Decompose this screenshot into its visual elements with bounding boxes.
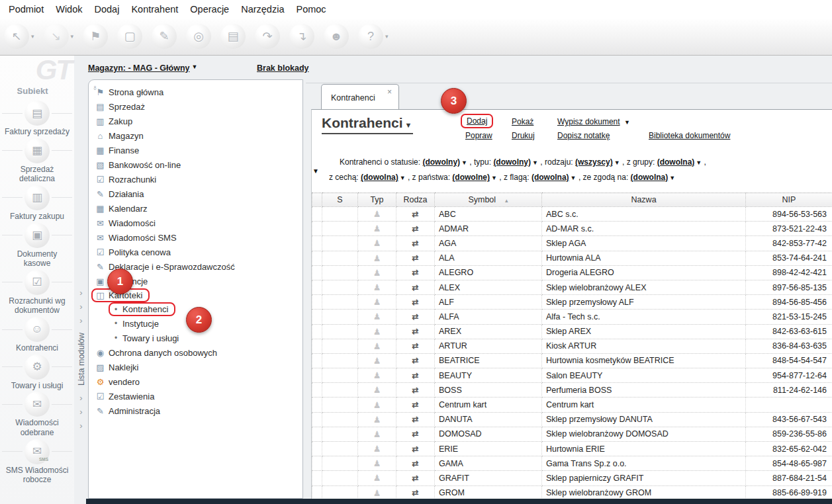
table-row[interactable]: ♟ ⇄ ALEX Sklep wielobranżowy ALEX 897-56… (312, 280, 832, 294)
table-row[interactable]: ♟ ⇄ GRAFIT Sklep papierniczy GRAFIT 887-… (312, 471, 832, 485)
action-link[interactable]: Biblioteka dokumentów (649, 131, 730, 140)
table-row[interactable]: ♟ ⇄ ALA Hurtownia ALA 853-74-64-241 (312, 251, 832, 265)
action-link[interactable]: Popraw (465, 131, 492, 140)
tree-item[interactable]: ⚑ Strona główna (94, 85, 163, 99)
chevron-down-icon[interactable]: ▼ (669, 175, 675, 181)
chevron-down-icon[interactable]: ▼ (491, 175, 497, 181)
chevron-down-icon[interactable]: ▼ (696, 159, 702, 166)
column-header[interactable]: Rodza (396, 193, 435, 207)
tree-item[interactable]: ▦ Finanse (94, 143, 139, 157)
chevron-down-icon[interactable]: ▾ (31, 33, 34, 40)
tree-item[interactable]: • Kontrahenci (109, 302, 175, 316)
table-row[interactable]: ♟ ⇄ ALFA Alfa - Tech s.c. 821-53-15-245 (312, 310, 832, 324)
tree-item[interactable]: ▦ Kalendarz (94, 201, 148, 216)
toolbar-button[interactable]: ▤ (220, 24, 246, 49)
tree-item[interactable]: ☑ Zestawienia (94, 389, 154, 403)
tree-item[interactable]: ⚙ vendero (94, 374, 140, 389)
table-row[interactable]: ♟ ⇄ BOSS Perfumeria BOSS 811-24-62-146 (312, 383, 832, 398)
tree-item[interactable]: ▥ Zakup (94, 114, 132, 128)
pin-icon[interactable]: ♀ (92, 83, 98, 93)
tab-kontrahenci[interactable]: Kontrahenci × (321, 84, 399, 110)
action-link[interactable]: Drukuj (512, 131, 535, 140)
chevron-down-icon[interactable]: ▼ (400, 175, 406, 181)
table-row[interactable]: ♟ ⇄ AREX Sklep AREX 842-63-63-615 (312, 324, 832, 339)
module-button[interactable]: ▥ Faktury zakupu (0, 185, 74, 222)
filter-value-link[interactable]: (dowolna) (631, 173, 669, 182)
table-row[interactable]: ♟ ⇄ ARTUR Kiosk ARTUR 836-84-63-635 (312, 339, 832, 353)
table-row[interactable]: ♟ ⇄ BEATRICE Hurtownia kosmetyków BEATRI… (312, 353, 832, 368)
action-link[interactable]: Pokaż (512, 117, 533, 126)
tree-item[interactable]: ◉ Ochrona danych osobowych (94, 345, 217, 360)
filter-value-link[interactable]: (dowolna) (532, 173, 569, 182)
tree-item[interactable]: ☑ Polityka cenowa (94, 245, 171, 259)
action-link[interactable]: Dopisz notatkę (557, 131, 610, 140)
tree-item[interactable]: ⌂ Magazyn (94, 128, 144, 143)
column-header[interactable]: NIP (746, 193, 832, 207)
collapse-chevron-icon[interactable]: › (79, 300, 82, 314)
toolbar-button[interactable]: ⚑ (83, 24, 108, 49)
column-header[interactable] (312, 193, 322, 207)
table-row[interactable]: ♟ ⇄ AGA Sklep AGA 842-853-77-42 (312, 236, 832, 251)
action-link[interactable]: Wypisz dokument ▼ (557, 117, 630, 126)
collapse-chevron-icon[interactable]: › (79, 286, 82, 300)
menu-item[interactable]: Narzędzia (235, 4, 290, 15)
chevron-down-icon[interactable]: ▼ (532, 159, 538, 166)
column-header[interactable]: Typ (358, 193, 396, 207)
chevron-down-icon[interactable]: ▼ (191, 63, 197, 78)
collapse-chevron-icon[interactable]: › (79, 419, 82, 433)
column-header[interactable]: Symbol▴ (435, 193, 542, 207)
menu-item[interactable]: Kontrahent (125, 4, 184, 15)
table-row[interactable]: ♟ ⇄ ALEGRO Drogeria ALEGRO 898-42-42-421 (312, 265, 832, 280)
toolbar-button[interactable]: ↖ ▾ (4, 24, 34, 49)
menu-item[interactable]: Widok (50, 4, 88, 15)
lock-status-link[interactable]: Brak blokady (257, 63, 309, 73)
filter-collapse-icon[interactable]: ▼ (312, 167, 319, 175)
tree-item[interactable]: • Instytucje (111, 316, 159, 331)
tree-item[interactable]: ✉ Wiadomości (94, 216, 156, 230)
table-row[interactable]: ♟ ⇄ ABC ABC s.c. 894-56-53-563 (312, 207, 832, 222)
collapse-chevron-icon[interactable]: › (79, 314, 82, 327)
table-row[interactable]: ♟ ⇄ Centrum kart Centrum kart (312, 398, 832, 412)
menu-item[interactable]: Pomoc (290, 4, 332, 15)
menu-item[interactable]: Operacje (184, 4, 235, 15)
module-button[interactable]: ▤ Faktury sprzedaży (0, 101, 74, 137)
module-button[interactable]: ✉ SMS SMS Wiadomości robocze (0, 439, 74, 485)
table-row[interactable]: ♟ ⇄ ALF Sklep przemysłowy ALF 894-56-85-… (312, 295, 832, 310)
filter-value-link[interactable]: (dowolne) (452, 173, 490, 182)
column-header[interactable]: Nazwa (542, 193, 746, 207)
tree-item[interactable]: ▨ Naklejki (94, 360, 139, 374)
module-button[interactable]: ▣ Dokumenty kasowe (0, 223, 74, 269)
toolbar-button[interactable]: ↷ (255, 24, 280, 49)
table-row[interactable]: ♟ ⇄ GAMA Gama Trans Sp.z o.o. 854-48-65-… (312, 456, 832, 471)
chevron-down-icon[interactable]: ▼ (571, 175, 577, 181)
tree-item[interactable]: • Towary i usługi (111, 331, 179, 345)
tree-item[interactable]: ✎ Administracja (94, 403, 160, 418)
tree-item[interactable]: ☑ Rozrachunki (94, 172, 156, 187)
tree-item[interactable]: ▧ Bankowość on-line (94, 157, 181, 172)
toolbar-button[interactable]: ▢ (117, 24, 142, 49)
collapse-chevron-icon[interactable]: › (79, 405, 82, 419)
tree-item[interactable]: ✎ Działania (94, 187, 144, 201)
module-button[interactable]: ☺ Kontrahenci (0, 317, 74, 353)
toolbar-button[interactable]: ◎ (186, 24, 211, 49)
table-row[interactable]: ♟ ⇄ GROM Sklep wielobranżowy GROM 885-66… (312, 485, 832, 500)
toolbar-button[interactable]: ↴ (289, 24, 314, 49)
menu-item[interactable]: Podmiot (3, 4, 50, 15)
close-icon[interactable]: × (387, 87, 392, 97)
action-link[interactable]: Dodaj (461, 114, 493, 128)
tree-item[interactable]: ▤ Sprzedaż (94, 99, 145, 114)
module-button[interactable]: ⚙ Towary i usługi (0, 355, 74, 391)
module-button[interactable]: ☑ Rozrachunki wg dokumentów (0, 270, 74, 315)
filter-value-link[interactable]: (dowolny) (422, 157, 460, 167)
module-button[interactable]: ▦ Sprzedaż detaliczna (0, 138, 74, 184)
table-row[interactable]: ♟ ⇄ DOMOSAD Sklep wielobranżowy DOMOSAD … (312, 427, 832, 441)
menu-item[interactable]: Dodaj (89, 4, 126, 15)
toolbar-button[interactable]: ☻ (324, 24, 349, 49)
filter-value-link[interactable]: (dowolna) (657, 157, 695, 167)
toolbar-button[interactable]: ? ▾ (358, 24, 389, 49)
chevron-down-icon[interactable]: ▾ (385, 33, 389, 40)
table-row[interactable]: ♟ ⇄ DANUTA Sklep przemysłowy DANUTA 843-… (312, 412, 832, 427)
collapse-chevron-icon[interactable]: › (79, 391, 82, 405)
chevron-down-icon[interactable]: ▼ (461, 159, 467, 166)
chevron-down-icon[interactable]: ▼ (405, 121, 412, 129)
